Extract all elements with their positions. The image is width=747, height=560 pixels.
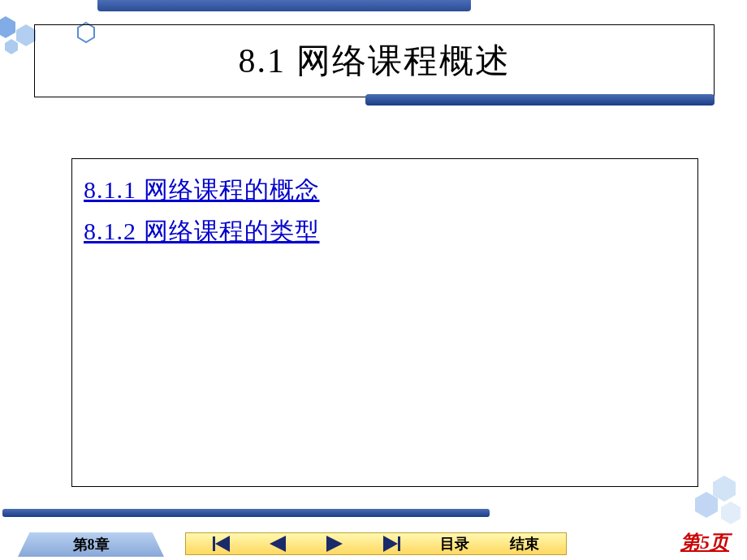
hexagon-decor-bottom-right [682,472,747,532]
bottom-decor-bar [2,509,490,517]
footer: 第8章 目录 结束 第5页 [0,524,747,560]
nav-first-button[interactable] [213,536,230,552]
section-link-8-1-1[interactable]: 8.1.1 网络课程的概念 [84,174,686,207]
nav-end-button[interactable]: 结束 [510,534,539,554]
nav-last-button[interactable] [383,536,400,552]
svg-marker-0 [0,16,15,38]
section-link-8-1-2[interactable]: 8.1.2 网络课程的类型 [84,215,686,248]
next-arrow-icon [326,536,343,552]
svg-marker-2 [5,39,18,54]
toc-label: 目录 [440,534,469,554]
svg-marker-6 [721,502,741,524]
title-box: 8.1 网络课程概述 [34,24,715,97]
content-box: 8.1.1 网络课程的概念 8.1.2 网络课程的类型 [71,158,698,487]
chapter-label: 第8章 [73,535,110,554]
last-page-icon [383,536,400,552]
nav-toc-button[interactable]: 目录 [440,534,469,554]
svg-marker-1 [16,24,36,46]
page-number: 第5页 [680,529,729,555]
title-underline-bar [365,94,715,106]
page-title: 8.1 网络课程概述 [239,38,511,84]
first-page-icon [213,536,230,552]
end-label: 结束 [510,534,539,554]
prev-arrow-icon [270,536,286,552]
nav-strip: 目录 结束 [185,532,567,555]
chapter-tab[interactable]: 第8章 [18,532,164,557]
nav-prev-button[interactable] [270,536,286,552]
top-decor-bar [97,0,471,11]
nav-next-button[interactable] [326,536,343,552]
